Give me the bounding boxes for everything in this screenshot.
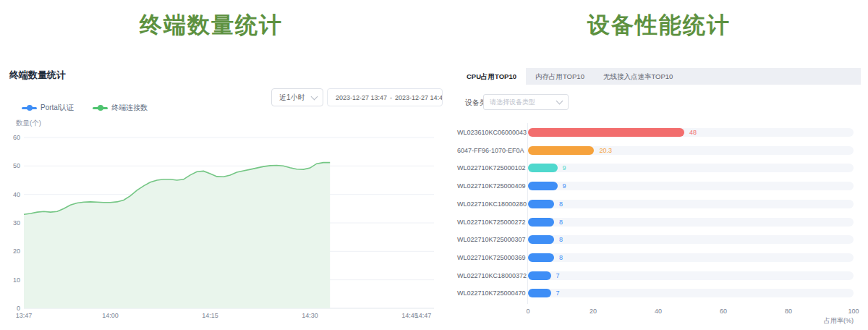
bar-fill bbox=[528, 164, 558, 172]
x-tick-label: 14:15 bbox=[202, 312, 218, 319]
bar-row: WL022710K7250004707 bbox=[457, 288, 861, 298]
bar-track bbox=[528, 200, 854, 208]
date-start: 2023-12-27 13:47 bbox=[336, 94, 387, 101]
bar-value-label: 8 bbox=[559, 236, 563, 243]
bar-track bbox=[528, 218, 854, 227]
bar-category-label: WL022710K725000369 bbox=[457, 254, 524, 261]
x-tick-label: 80 bbox=[785, 308, 792, 315]
legend-mark-icon bbox=[22, 107, 37, 109]
bar-row: 6047-FF96-1070-EF0A20.3 bbox=[457, 145, 861, 156]
tab-1[interactable]: 内存占用TOP10 bbox=[526, 68, 594, 85]
time-range-select[interactable]: 近1小时 bbox=[271, 88, 323, 106]
bar-category-label: WL022710K725000272 bbox=[457, 219, 524, 226]
bar-track bbox=[528, 289, 854, 297]
bar-category-label: WL022710K725000307 bbox=[457, 236, 524, 243]
device-performance-panel: CPU占用TOP10内存占用TOP10无线接入点速率TOP10 设备类型 请选择… bbox=[457, 0, 861, 330]
bar-fill bbox=[528, 146, 594, 155]
bar-row: WL022710K7250001029 bbox=[457, 163, 861, 173]
y-tick-label: 30 bbox=[13, 219, 20, 227]
y-tick-label: 0 bbox=[17, 305, 20, 312]
tab-0[interactable]: CPU占用TOP10 bbox=[457, 68, 526, 85]
bar-track bbox=[528, 235, 854, 244]
y-tick-label: 20 bbox=[13, 248, 20, 255]
y-axis-label: 数量(个) bbox=[16, 119, 41, 128]
chevron-down-icon bbox=[311, 93, 318, 100]
device-type-placeholder: 请选择设备类型 bbox=[490, 98, 535, 107]
x-tick-label: 13:47 bbox=[16, 312, 33, 319]
bar-value-label: 9 bbox=[563, 164, 566, 172]
bar-fill bbox=[528, 289, 551, 297]
bar-track bbox=[528, 164, 854, 172]
chevron-down-icon bbox=[556, 98, 563, 105]
y-tick-label: 10 bbox=[13, 276, 20, 284]
bar-track bbox=[528, 271, 854, 280]
legend-label: Portal认证 bbox=[41, 103, 74, 113]
legend: Portal认证终端连接数 bbox=[22, 103, 148, 113]
x-tick-label: 0 bbox=[526, 308, 529, 315]
bar-category-label: WL022710KC18000280 bbox=[457, 200, 524, 208]
legend-item[interactable]: 终端连接数 bbox=[93, 103, 148, 113]
date-range-picker[interactable]: 2023-12-27 13:47 - 2023-12-27 14:47 bbox=[327, 88, 443, 106]
x-tick-label: 14:47 bbox=[415, 312, 432, 319]
bar-value-label: 7 bbox=[556, 272, 560, 279]
terminal-count-panel: 终端数量统计 近1小时 2023-12-27 13:47 - 2023-12-2… bbox=[0, 0, 448, 330]
bar-value-label: 8 bbox=[559, 200, 563, 208]
x-axis-label: 占用率(%) bbox=[528, 316, 854, 326]
x-tick-label: 60 bbox=[720, 308, 727, 315]
series-area bbox=[24, 163, 330, 308]
legend-label: 终端连接数 bbox=[111, 103, 148, 113]
bar-fill bbox=[528, 235, 554, 244]
x-tick-label: 40 bbox=[655, 308, 662, 315]
bar-category-label: WL022710K725000409 bbox=[457, 182, 524, 190]
bar-value-label: 48 bbox=[689, 129, 697, 136]
bar-fill bbox=[528, 128, 684, 137]
bar-track bbox=[528, 182, 854, 190]
bar-row: WL022710K7250003078 bbox=[457, 234, 861, 245]
bar-category-label: 6047-FF96-1070-EF0A bbox=[457, 147, 524, 154]
bar-fill bbox=[528, 182, 558, 190]
bar-row: WL022710K7250004099 bbox=[457, 181, 861, 191]
bar-category-label: WL023610KC06000043 bbox=[457, 129, 524, 136]
legend-mark-icon bbox=[93, 107, 108, 109]
bar-value-label: 9 bbox=[563, 182, 566, 190]
bar-value-label: 8 bbox=[559, 219, 563, 226]
x-tick-label: 14:00 bbox=[102, 312, 119, 319]
y-tick-label: 50 bbox=[13, 162, 20, 169]
y-tick-label: 60 bbox=[13, 134, 20, 141]
bar-row: WL022710K7250003698 bbox=[457, 253, 861, 263]
bar-row: WL023610KC0600004348 bbox=[457, 127, 861, 138]
bar-fill bbox=[528, 253, 554, 262]
tab-2[interactable]: 无线接入点速率TOP10 bbox=[594, 68, 682, 85]
bar-category-label: WL022710KC18000372 bbox=[457, 272, 524, 279]
bar-row: WL022710KC180002808 bbox=[457, 199, 861, 209]
x-tick-label: 100 bbox=[848, 308, 859, 315]
bar-fill bbox=[528, 271, 551, 280]
device-type-select[interactable]: 请选择设备类型 bbox=[483, 94, 569, 110]
panel-title: 终端数量统计 bbox=[9, 69, 66, 82]
bar-value-label: 20.3 bbox=[599, 147, 612, 154]
x-tick-label: 20 bbox=[590, 308, 597, 315]
bar-row: WL022710K7250002728 bbox=[457, 217, 861, 227]
bar-category-label: WL022710K725000102 bbox=[457, 164, 524, 172]
date-end: 2023-12-27 14:47 bbox=[395, 94, 443, 101]
date-separator: - bbox=[390, 94, 392, 101]
bar-value-label: 8 bbox=[559, 254, 563, 261]
x-tick-label: 14:30 bbox=[302, 312, 318, 319]
bar-fill bbox=[528, 218, 554, 227]
y-tick-label: 40 bbox=[13, 191, 20, 198]
bar-value-label: 7 bbox=[556, 289, 560, 297]
bar-fill bbox=[528, 200, 554, 208]
terminal-count-chart: 010203040506013:4714:0014:1514:3014:4514… bbox=[0, 132, 444, 325]
legend-item[interactable]: Portal认证 bbox=[22, 103, 74, 113]
bar-category-label: WL022710K725000470 bbox=[457, 289, 524, 297]
bar-row: WL022710KC180003727 bbox=[457, 271, 861, 281]
time-range-value: 近1小时 bbox=[279, 93, 305, 103]
performance-tabbar: CPU占用TOP10内存占用TOP10无线接入点速率TOP10 bbox=[457, 68, 861, 85]
bar-track bbox=[528, 253, 854, 262]
